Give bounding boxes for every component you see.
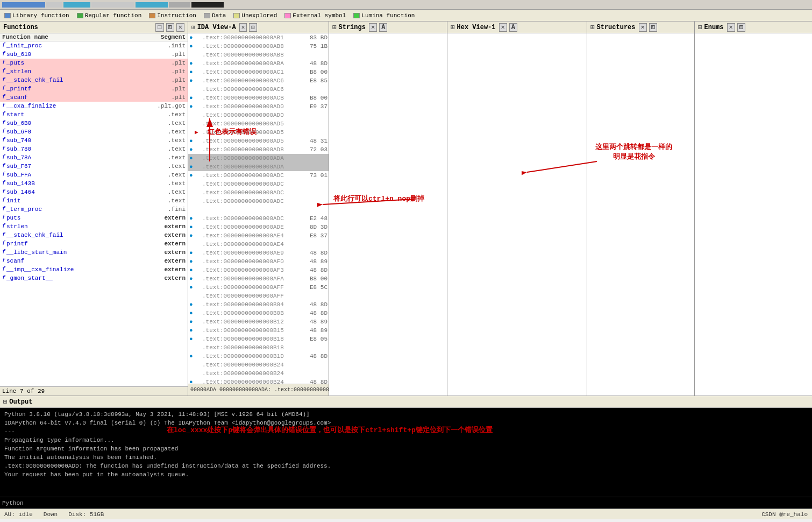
- asm-line[interactable]: .text:00000000000000AD5 ; --------------…: [188, 119, 329, 128]
- asm-line[interactable]: ● .text:00000000000000ADA: [188, 163, 329, 171]
- asm-line[interactable]: ● .text:00000000000000AD872 03jbshort ne…: [188, 145, 329, 154]
- asm-dot: ●: [189, 318, 195, 326]
- function-row[interactable]: fsub_610.plt: [0, 50, 188, 59]
- function-row[interactable]: f_init_proc.init: [0, 41, 188, 50]
- function-row[interactable]: f__stack_chk_fail.plt: [0, 76, 188, 84]
- structures-btn2[interactable]: ⊡: [649, 23, 657, 32]
- function-row[interactable]: fsub_780.text: [0, 145, 188, 153]
- function-row[interactable]: fscanfextern: [0, 257, 188, 265]
- asm-line[interactable]: .text:00000000000000B24: [188, 361, 329, 369]
- function-row[interactable]: f_puts.plt: [0, 59, 188, 67]
- functions-close-btn[interactable]: ✕: [176, 23, 184, 32]
- enums-btn2[interactable]: ⊡: [737, 23, 745, 32]
- enums-content[interactable]: [695, 33, 812, 396]
- function-row[interactable]: fsub_78A.text: [0, 153, 188, 162]
- ida-view-close[interactable]: ✕: [239, 23, 247, 32]
- function-row[interactable]: f_scanf.plt: [0, 93, 188, 102]
- asm-line[interactable]: ● .text:00000000000000B1548 89 C7movrdi,…: [188, 326, 329, 335]
- function-row[interactable]: fsub_1464.text: [0, 188, 188, 196]
- asm-line[interactable]: ▶.text:00000000000000AD5loc_AD5: ; CODE …: [188, 128, 329, 137]
- asm-line[interactable]: ● .text:00000000000000ADE8D 3D 9F 0B 00 …: [188, 223, 329, 231]
- enums-close[interactable]: ✕: [727, 23, 735, 32]
- fn-name: _puts: [6, 59, 148, 67]
- ida-view-content[interactable]: ● .text:00000000000000AB183 BD B4 FE FF …: [188, 33, 329, 384]
- asm-line[interactable]: ● .text:00000000000000AD0E9 37 01 00 00j…: [188, 102, 329, 111]
- strings-btn2[interactable]: A: [379, 23, 387, 32]
- function-row[interactable]: fsub_740.text: [0, 136, 188, 145]
- asm-line[interactable]: ● .text:00000000000000ADC73 01jnbshort n…: [188, 171, 329, 180]
- asm-line[interactable]: ; .text:000000000000ADA↑j: [188, 206, 329, 214]
- asm-line[interactable]: ● .text:00000000000000B0448 8D 95 10 FF …: [188, 300, 329, 309]
- asm-line[interactable]: ● .text:00000000000000AB183 BD B4 FE FF …: [188, 33, 329, 42]
- function-row[interactable]: f_strlen.plt: [0, 67, 188, 76]
- asm-line[interactable]: .text:00000000000000ADC: [188, 180, 329, 188]
- hex-view-btn2[interactable]: A: [509, 23, 517, 32]
- function-row[interactable]: f__libc_start_mainextern: [0, 248, 188, 257]
- asm-line[interactable]: ● .text:00000000000000AB875 1Bjnzshort l…: [188, 42, 329, 51]
- asm-line[interactable]: ● .text:00000000000000AD548 31 C0xorrax,…: [188, 137, 329, 145]
- functions-float-btn[interactable]: ⊡: [166, 23, 174, 32]
- functions-minimize-btn[interactable]: □: [155, 23, 163, 32]
- asm-line[interactable]: ● .text:00000000000000AE948 8D 85 F0 FE …: [188, 249, 329, 257]
- structures-close[interactable]: ✕: [639, 23, 647, 32]
- asm-line[interactable]: .text:00000000000000ADCloc_ADC: ; CODE X…: [188, 197, 329, 206]
- asm-line[interactable]: .text:00000000000000AE4: [188, 240, 329, 249]
- asm-line[interactable]: ● .text:00000000000000AC6E8 85 FB FF FFc…: [188, 76, 329, 85]
- fn-icon: f: [2, 110, 5, 119]
- asm-line[interactable]: .text:00000000000000AC6: [188, 85, 329, 94]
- asm-line[interactable]: .text:00000000000000AD0: [188, 111, 329, 119]
- asm-line[interactable]: ● .text:00000000000000ADCE2 48loopnear p…: [188, 214, 329, 223]
- output-content[interactable]: Python 3.8.10 (tags/v3.8.10:3d8993a, May…: [0, 408, 812, 497]
- asm-line[interactable]: ● .text:00000000000000ABA48 8D 3A A4 0B …: [188, 59, 329, 68]
- strings-title: Strings: [339, 24, 366, 31]
- asm-line[interactable]: ● .text:00000000000000AF348 8D 3D 2A 0B …: [188, 266, 329, 274]
- function-row[interactable]: fputsextern: [0, 214, 188, 222]
- asm-line[interactable]: ● .text:00000000000000B0B48 8D 85 F0 FE …: [188, 309, 329, 318]
- asm-line[interactable]: ● .text:00000000000000B1248 89 D6movrsi,…: [188, 318, 329, 326]
- asm-line[interactable]: ● .text:00000000000000B1D48 8D 95 C6 FE …: [188, 352, 329, 361]
- function-row[interactable]: finit.text: [0, 196, 188, 205]
- function-row[interactable]: f__cxa_finalize.plt.got: [0, 102, 188, 110]
- hex-view-close[interactable]: ✕: [499, 23, 507, 32]
- function-row[interactable]: f_printf.plt: [0, 84, 188, 93]
- function-row[interactable]: fprintfextern: [0, 239, 188, 248]
- function-row[interactable]: fsub_6B0.text: [0, 119, 188, 128]
- hex-view-content[interactable]: [447, 33, 587, 396]
- asm-line[interactable]: ● .text:00000000000000AFAB8 00 00 00 00m…: [188, 274, 329, 283]
- function-row[interactable]: f__imp__cxa_finalizeextern: [0, 265, 188, 274]
- strings-content[interactable]: [329, 33, 447, 396]
- asm-line[interactable]: ● .text:00000000000000AC1B8 00 00 00 00m…: [188, 68, 329, 76]
- function-row[interactable]: f_gmon_start__extern: [0, 274, 188, 283]
- structures-content[interactable]: [587, 33, 694, 396]
- asm-line[interactable]: ● .text:00000000000000AFFE8 5C FB FF FFc…: [188, 283, 329, 292]
- asm-line[interactable]: .text:00000000000000ADC: [188, 188, 329, 197]
- function-row[interactable]: fsub_F67.text: [0, 162, 188, 171]
- function-row[interactable]: f__stack_chk_failextern: [0, 231, 188, 239]
- asm-line[interactable]: .text:00000000000000AB8: [188, 51, 329, 59]
- asm-address: .text:00000000000000B24: [202, 369, 310, 378]
- ida-view-icon: ⊞: [191, 24, 195, 31]
- asm-bytes: [310, 343, 329, 352]
- ida-view-btn2[interactable]: ⊡: [249, 23, 257, 32]
- asm-line[interactable]: ● .text:00000000000000ACBB8 00 00 00 00m…: [188, 94, 329, 102]
- fn-segment: .plt: [148, 93, 186, 102]
- asm-line[interactable]: .text:00000000000000AFF: [188, 292, 329, 300]
- function-row[interactable]: fstart.text: [0, 110, 188, 119]
- function-row[interactable]: fsub_6F0.text: [0, 128, 188, 136]
- strings-close[interactable]: ✕: [369, 23, 377, 32]
- asm-address: .text:00000000000000AE4: [202, 231, 310, 240]
- asm-line[interactable]: .text:00000000000000B24loc_B24: ; CODE X…: [188, 369, 329, 378]
- asm-line[interactable]: ● .text:00000000000000AF048 89 C6movrsi,…: [188, 257, 329, 266]
- asm-line[interactable]: ● .text:00000000000000ADA: [188, 154, 329, 163]
- function-row[interactable]: fstrlenextern: [0, 222, 188, 231]
- function-row[interactable]: f_term_proc.fini: [0, 205, 188, 214]
- functions-list[interactable]: f_init_proc.initfsub_610.pltf_puts.pltf_…: [0, 41, 188, 386]
- structures-title: Structures: [597, 24, 636, 31]
- asm-line[interactable]: ● .text:00000000000000B2448 8D 85 10 FF …: [188, 378, 329, 384]
- python-input[interactable]: [26, 500, 810, 506]
- asm-line[interactable]: ● .text:00000000000000B18E8 05 01 00 00c…: [188, 335, 329, 343]
- asm-line[interactable]: ● .text:00000000000000AE4E8 37 FB FF FFc…: [188, 231, 329, 240]
- function-row[interactable]: fsub_FFA.text: [0, 171, 188, 179]
- asm-line[interactable]: .text:00000000000000B18: [188, 343, 329, 352]
- function-row[interactable]: fsub_143B.text: [0, 179, 188, 188]
